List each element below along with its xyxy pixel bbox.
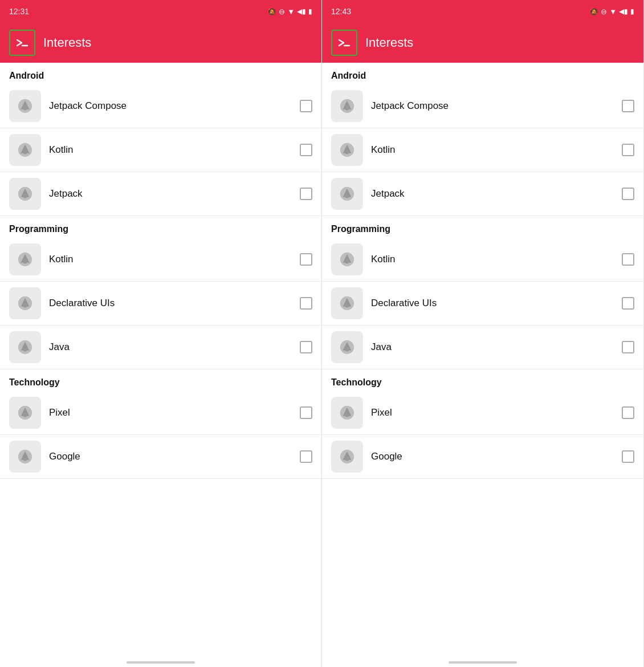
svg-point-40 (345, 303, 349, 308)
section-header-technology: Technology (322, 369, 643, 391)
battery-icon: ▮ (630, 7, 634, 15)
app-title: Interests (365, 35, 413, 50)
item-checkbox[interactable] (622, 100, 634, 112)
svg-point-31 (345, 150, 349, 154)
status-bar: 12:31 🔕 ⊖ ▼ ◀▮ ▮ (0, 0, 321, 23)
app-bar: Interests (322, 23, 643, 63)
status-bar: 12:43 🔕 ⊖ ▼ ◀▮ ▮ (322, 0, 643, 23)
section-header-programming: Programming (0, 216, 321, 238)
item-label: Google (49, 451, 292, 462)
list-item[interactable]: Google (322, 435, 643, 479)
item-icon (9, 134, 41, 166)
section-header-android: Android (0, 63, 321, 84)
svg-point-12 (23, 259, 27, 264)
item-icon (9, 441, 41, 473)
battery-icon: ▮ (308, 7, 312, 15)
svg-point-37 (345, 259, 349, 264)
status-icons: 🔕 ⊖ ▼ ◀▮ ▮ (589, 7, 634, 16)
svg-point-3 (23, 106, 27, 111)
list-item[interactable]: Declarative UIs (0, 282, 321, 326)
item-checkbox[interactable] (622, 406, 634, 419)
item-checkbox[interactable] (300, 450, 312, 463)
list-item[interactable]: Google (0, 435, 321, 479)
item-label: Java (371, 341, 614, 353)
item-label: Kotlin (49, 254, 292, 265)
item-label: Pixel (49, 407, 292, 418)
mute-icon: 🔕 (267, 7, 276, 16)
minus-icon: ⊖ (601, 7, 607, 16)
item-icon (9, 90, 41, 122)
list-item[interactable]: Jetpack Compose (322, 84, 643, 128)
item-icon (331, 178, 363, 210)
item-label: Declarative UIs (49, 298, 292, 309)
item-icon (331, 90, 363, 122)
item-label: Java (49, 341, 292, 353)
list-item[interactable]: Declarative UIs (322, 282, 643, 326)
phone-panel-right: 12:43 🔕 ⊖ ▼ ◀▮ ▮ InterestsAndroid Jetpac… (322, 0, 644, 667)
list-item[interactable]: Kotlin (322, 238, 643, 282)
signal-icon: ◀▮ (619, 7, 628, 15)
item-label: Google (371, 451, 614, 462)
item-icon (331, 331, 363, 363)
wifi-icon: ▼ (609, 7, 617, 16)
scroll-indicator (127, 661, 195, 664)
item-checkbox[interactable] (300, 253, 312, 266)
status-icons: 🔕 ⊖ ▼ ◀▮ ▮ (267, 7, 312, 16)
item-checkbox[interactable] (300, 297, 312, 310)
list-item[interactable]: Pixel (0, 391, 321, 435)
list-item[interactable]: Kotlin (0, 238, 321, 282)
list-item[interactable]: Kotlin (322, 128, 643, 172)
item-checkbox[interactable] (622, 188, 634, 200)
section-header-programming: Programming (322, 216, 643, 238)
item-checkbox[interactable] (622, 144, 634, 156)
item-icon (9, 397, 41, 429)
status-time: 12:43 (331, 7, 351, 16)
list-item[interactable]: Jetpack (322, 172, 643, 216)
item-label: Kotlin (49, 144, 292, 156)
scroll-indicator (449, 661, 517, 664)
svg-point-34 (345, 194, 349, 198)
item-icon (9, 331, 41, 363)
svg-point-15 (23, 303, 27, 308)
svg-point-28 (345, 106, 349, 111)
item-label: Jetpack Compose (371, 100, 614, 112)
svg-point-49 (345, 457, 349, 461)
item-checkbox[interactable] (300, 341, 312, 353)
list-item[interactable]: Jetpack (0, 172, 321, 216)
item-label: Kotlin (371, 144, 614, 156)
item-label: Jetpack (371, 188, 614, 200)
list-item[interactable]: Java (0, 326, 321, 369)
item-checkbox[interactable] (622, 450, 634, 463)
list-item[interactable]: Pixel (322, 391, 643, 435)
mute-icon: 🔕 (589, 7, 598, 16)
item-label: Jetpack Compose (49, 100, 292, 112)
item-checkbox[interactable] (622, 297, 634, 310)
app-icon-box[interactable] (9, 30, 35, 56)
content-area: Android Jetpack Compose Kotlin JetpackPr… (322, 63, 643, 658)
item-checkbox[interactable] (622, 341, 634, 353)
svg-point-46 (345, 413, 349, 417)
section-header-technology: Technology (0, 369, 321, 391)
svg-point-21 (23, 413, 27, 417)
content-area: Android Jetpack Compose Kotlin JetpackPr… (0, 63, 321, 658)
item-icon (331, 243, 363, 275)
item-checkbox[interactable] (300, 144, 312, 156)
list-item[interactable]: Kotlin (0, 128, 321, 172)
item-icon (9, 287, 41, 319)
app-icon-box[interactable] (331, 30, 357, 56)
wifi-icon: ▼ (287, 7, 295, 16)
item-checkbox[interactable] (300, 188, 312, 200)
item-icon (331, 441, 363, 473)
minus-icon: ⊖ (279, 7, 285, 16)
item-label: Kotlin (371, 254, 614, 265)
status-time: 12:31 (9, 7, 29, 16)
item-checkbox[interactable] (300, 100, 312, 112)
item-checkbox[interactable] (300, 406, 312, 419)
list-item[interactable]: Java (322, 326, 643, 369)
list-item[interactable]: Jetpack Compose (0, 84, 321, 128)
app-title: Interests (43, 35, 91, 50)
svg-point-24 (23, 457, 27, 461)
svg-point-43 (345, 347, 349, 352)
item-checkbox[interactable] (622, 253, 634, 266)
svg-point-18 (23, 347, 27, 352)
